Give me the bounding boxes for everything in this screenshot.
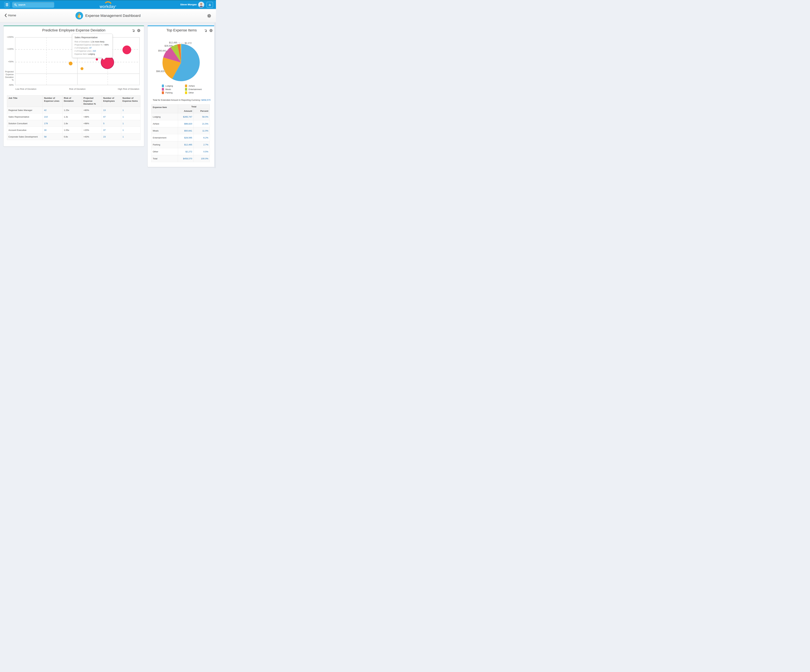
table-cell: +43% [82,133,102,140]
table-cell: Sales Representative [7,113,43,120]
bubble-account-executive[interactable] [81,67,83,70]
cell-link[interactable]: 23 [103,136,106,138]
cell-link[interactable]: 1 [123,109,124,111]
deviation-card: Predictive Employee Expense Deviation +2… [3,25,144,147]
table-cell: $2,272 [178,148,194,155]
cell-link[interactable]: 2.7% [203,143,208,146]
cell-link[interactable]: $12,495 [184,143,192,146]
avatar[interactable] [198,2,204,8]
column-header: Number of Expense Lines [43,95,62,107]
table-cell: Account Executive [7,127,43,133]
table-cell: $265,747 [178,113,194,120]
cell-link[interactable]: 58 [44,136,47,138]
table-cell: 13 [102,107,121,113]
search-icon [14,3,17,6]
table-cell: 37 [102,127,121,133]
expense-table: Expense ItemTotalAmountPercentLodging$26… [151,104,210,162]
table-cell: Entertainment [152,134,178,141]
table-cell: +98% [82,120,102,127]
back-home-link[interactable]: Home [5,13,16,17]
app-header: search workday® Steve Morgan [0,0,216,9]
table-cell: Parking [152,141,178,148]
expense-card: Top Expense Items $98,820$50,641$28,595$… [147,25,216,167]
search-input[interactable]: search [12,2,54,8]
column-group-header: Total [178,104,210,109]
cell-link[interactable]: $98,820 [184,123,192,125]
cell-link[interactable]: $50,641 [184,130,192,132]
bubble-corporate-sales-development[interactable] [69,62,73,65]
table-row: Solution Consultant1791.8x+98%51 [7,120,140,127]
cell-link[interactable]: 58.0% [202,116,208,118]
cell-link[interactable]: 1 [123,129,124,131]
table-cell: Lodging [152,113,178,120]
cell-link[interactable]: 11.0% [202,130,208,132]
pie-callout-label: $2,272 [185,42,192,44]
table-cell: 1 [121,133,140,140]
cell-link[interactable]: 42 [44,109,47,111]
cell-link[interactable]: 37 [103,129,106,131]
table-cell: 0.5% [194,148,210,155]
bubble-solution-consultant[interactable] [123,45,131,54]
cell-link[interactable]: 5 [103,122,105,125]
table-cell: 47 [102,113,121,120]
table-cell: 1 [121,120,140,127]
table-row: Regional Sales Manager421.25x+60%131 [7,107,140,113]
cell-link[interactable]: 30 [44,129,47,131]
card-gear-icon[interactable] [137,29,140,32]
menu-button[interactable] [4,2,10,7]
pie-callout-label: $50,641 [158,49,166,52]
cell-link[interactable]: $458,570 [183,157,192,160]
tooltip-value-link[interactable]: 210 [93,50,96,52]
cell-link[interactable]: $2,272 [186,150,192,153]
cell-link[interactable]: 13 [103,109,106,111]
table-cell: 58 [43,133,62,140]
cell-link[interactable]: 179 [44,122,48,125]
pie-callout-label: $12,495 [169,41,177,44]
tooltip-row: # of Expense Lines: 210 [74,50,110,52]
cell-link[interactable]: 21.5% [202,123,208,125]
moneybag-icon [75,12,83,19]
table-cell: 2.7% [194,141,210,148]
cell-link[interactable]: $265,747 [183,116,192,118]
legend-swatch-icon [162,91,164,94]
hamburger-icon [5,3,8,4]
table-cell: Corporate Sales Development [7,133,43,140]
card-gear-icon[interactable] [209,29,213,32]
table-cell: Solution Consultant [7,120,43,127]
table-row: Entertainment$28,5956.2% [152,134,210,141]
cell-link[interactable]: 210 [44,116,48,118]
cell-link[interactable]: 1 [123,122,124,125]
inbox-button[interactable] [207,2,213,8]
table-row: Airfare$98,82021.5% [152,120,210,127]
gridline [46,37,47,85]
tooltip-value-link[interactable]: 47 [89,47,92,49]
legend-swatch-icon [162,88,164,91]
page-gear-icon[interactable] [207,14,211,19]
column-header: Percent [194,109,210,113]
bubble-tooltip: Sales Representative Risk of Deviation: … [72,34,113,58]
total-amount-link[interactable]: $458,570 [201,99,211,101]
cell-link[interactable]: 0.5% [203,150,208,153]
cell-link[interactable]: 100.0% [201,157,208,160]
legend-swatch-icon [185,84,187,87]
table-cell: 1.25x [62,107,82,113]
legend-item-airfare: Airfare [185,84,202,87]
tooltip-row: Expense Item: Lodging [74,52,110,56]
cell-link[interactable]: 1 [123,116,124,118]
table-cell: Meals [152,127,178,134]
tooltip-title: Sales Representative [74,36,110,39]
cell-link[interactable]: 1 [123,136,124,138]
related-actions-chart-icon[interactable] [132,29,135,32]
user-name[interactable]: Steve Morgan [180,3,197,6]
table-cell: 179 [43,120,62,127]
cell-link[interactable]: $28,595 [184,136,192,139]
pie-legend-column-1: LodgingMealsParking [162,84,173,94]
table-cell: 100.0% [194,155,210,162]
cell-link[interactable]: 47 [103,116,106,118]
workday-logo: workday® [100,1,116,8]
scrollbar-track[interactable] [214,23,216,168]
cell-link[interactable]: 6.2% [203,136,208,139]
related-actions-chart-icon[interactable] [204,29,207,32]
bubble-regional-sales-manager[interactable] [96,58,98,61]
y-tick-label: +50% [4,61,14,63]
